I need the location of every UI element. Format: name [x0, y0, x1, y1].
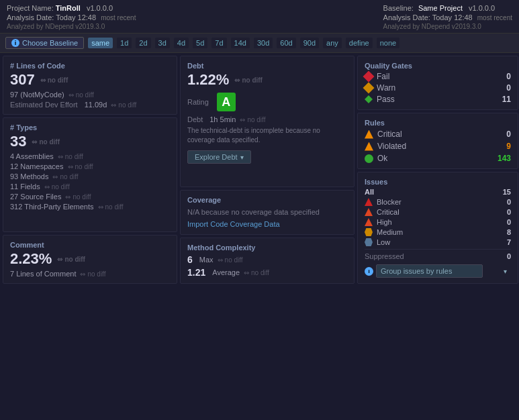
issues-blocker-count: 0: [498, 198, 511, 206]
project-label: Project Name:: [7, 4, 54, 12]
period-none-button[interactable]: none: [377, 38, 399, 48]
issues-suppressed-count: 0: [507, 252, 511, 260]
period-60d-button[interactable]: 60d: [277, 38, 295, 48]
types-methods: 93 Methods no diff: [10, 172, 170, 180]
qg-fail-count: 0: [498, 72, 511, 81]
types-thirdparty-label: 312 Third-Party Elements: [10, 203, 94, 211]
period-2d-button[interactable]: 2d: [136, 38, 150, 48]
types-fields: 11 Fields no diff: [10, 182, 170, 191]
debt-rating-row: Rating A: [187, 93, 347, 111]
comment-value-row: 2.23% no diff: [10, 250, 170, 268]
period-7d-button[interactable]: 7d: [211, 38, 226, 48]
quality-gates-card: Quality Gates Fail 0 Warn 0 Pass 11: [357, 56, 518, 110]
baseline-analysis-label: Analysis Date:: [383, 13, 430, 21]
period-30d-button[interactable]: 30d: [254, 38, 273, 48]
types-value-row: 33 no diff: [10, 133, 170, 150]
loc-value: 307: [10, 71, 35, 89]
rules-critical-icon: [365, 130, 373, 139]
issues-critical-count: 0: [498, 208, 511, 216]
rules-ok-row: Ok 143: [365, 154, 511, 163]
types-namespaces-diff: no diff: [68, 163, 93, 170]
period-4d-button[interactable]: 4d: [174, 38, 189, 48]
rules-violated-icon: [365, 142, 373, 151]
period-5d-button[interactable]: 5d: [193, 38, 207, 48]
period-1d-button[interactable]: 1d: [117, 38, 132, 48]
qg-warn-row: Warn 0: [365, 83, 511, 93]
loc-notmycode-diff: no diff: [68, 91, 94, 99]
comment-lines-diff: no diff: [80, 270, 105, 278]
issues-blocker-icon: [365, 198, 373, 206]
complexity-title: Method Complexity: [187, 244, 347, 252]
issues-high-label: High: [377, 218, 498, 226]
issues-all-row: All 15: [365, 188, 511, 196]
import-coverage-link[interactable]: Import Code Coverage Data: [187, 220, 280, 228]
types-namespaces-label: 12 Namespaces: [10, 162, 64, 170]
qg-warn-count: 0: [498, 83, 511, 93]
complexity-avg-label: Average: [212, 268, 240, 276]
period-same-button[interactable]: same: [88, 38, 113, 48]
issues-critical-icon: [365, 208, 373, 216]
debt-value-row: 1.22% no diff: [187, 71, 347, 89]
types-title: # Types: [10, 123, 170, 132]
group-select-wrapper: Group issues by rules Group issues by fi…: [376, 264, 511, 278]
issues-low-label: Low: [377, 238, 498, 246]
rules-violated-count: 9: [498, 142, 511, 151]
qg-warn-label: Warn: [377, 83, 498, 93]
issues-suppressed-row: Suppressed 0: [365, 249, 511, 260]
issues-critical-label: Critical: [377, 208, 498, 216]
issues-low-row: Low 7: [365, 238, 511, 246]
header-left: Project Name: TinRoll v1.0.0.0 Analysis …: [7, 4, 136, 30]
group-issues-select[interactable]: Group issues by rules Group issues by fi…: [376, 264, 483, 278]
types-fields-diff: no diff: [44, 183, 70, 191]
project-name-line: Project Name: TinRoll v1.0.0.0: [7, 4, 136, 12]
qg-pass-count: 11: [498, 95, 511, 104]
types-assemblies-diff: no diff: [58, 153, 83, 160]
analysis-label: Analysis Date:: [7, 13, 54, 21]
debt-time-value: 1h 5min: [209, 115, 236, 123]
complexity-max-value: 6: [187, 254, 193, 265]
debt-label-prefix: Debt: [187, 115, 203, 123]
period-define-button[interactable]: define: [346, 38, 373, 48]
analyzed-by: Analyzed by NDepend v2019.3.0: [7, 23, 136, 30]
types-no-diff: no diff: [32, 138, 60, 146]
coverage-card: Coverage N/A because no coverage data sp…: [180, 190, 355, 235]
period-3d-button[interactable]: 3d: [155, 38, 170, 48]
left-column: # Lines of Code 307 no diff 97 (NotMyCod…: [3, 56, 177, 284]
group-select-row: i Group issues by rules Group issues by …: [365, 264, 511, 278]
loc-notmycode-label: 97 (NotMyCode): [10, 91, 64, 99]
issues-medium-count: 8: [498, 228, 511, 236]
period-90d-button[interactable]: 90d: [300, 38, 319, 48]
issues-low-icon: [365, 238, 373, 246]
analysis-recent: most recent: [101, 14, 136, 21]
period-14d-button[interactable]: 14d: [231, 38, 250, 48]
quality-gates-title: Quality Gates: [365, 62, 511, 70]
rules-card: Rules Critical 0 Violated 9 Ok 143: [357, 113, 518, 169]
qg-fail-row: Fail 0: [365, 72, 511, 81]
types-sourcefiles-diff: no diff: [65, 193, 91, 201]
issues-medium-icon: [365, 228, 373, 236]
project-version: v1.0.0.0: [87, 4, 113, 12]
mid-column: Debt 1.22% no diff Rating A Debt 1h 5min…: [180, 56, 355, 284]
complexity-avg-row: 1.21 Average no diff: [187, 267, 347, 278]
debt-no-diff: no diff: [234, 76, 263, 84]
qg-warn-icon: [363, 83, 375, 94]
group-info-icon: i: [365, 267, 373, 276]
choose-baseline-button[interactable]: i Choose Baseline: [5, 37, 84, 49]
types-sourcefiles: 27 Source Files no diff: [10, 193, 170, 201]
baseline-bar: i Choose Baseline same 1d 2d 3d 4d 5d 7d…: [0, 34, 519, 53]
rules-critical-label: Critical: [377, 129, 498, 139]
complexity-card: Method Complexity 6 Max no diff 1.21 Ave…: [180, 238, 355, 284]
baseline-analysis-line: Analysis Date: Today 12:48 most recent: [383, 13, 512, 21]
explore-debt-button[interactable]: Explore Debt: [187, 150, 251, 164]
complexity-max-label: Max: [199, 256, 214, 264]
period-any-button[interactable]: any: [323, 38, 342, 48]
analysis-date-line: Analysis Date: Today 12:48 most recent: [7, 13, 136, 21]
issues-blocker-label: Blocker: [377, 198, 498, 206]
rules-violated-row: Violated 9: [365, 142, 511, 151]
issues-title: Issues: [365, 178, 511, 186]
complexity-avg-diff: no diff: [244, 269, 269, 276]
header: Project Name: TinRoll v1.0.0.0 Analysis …: [0, 0, 519, 34]
header-right: Baseline: Same Project v1.0.0.0 Analysis…: [383, 4, 512, 30]
rules-critical-row: Critical 0: [365, 129, 511, 139]
baseline-line: Baseline: Same Project v1.0.0.0: [383, 4, 512, 12]
